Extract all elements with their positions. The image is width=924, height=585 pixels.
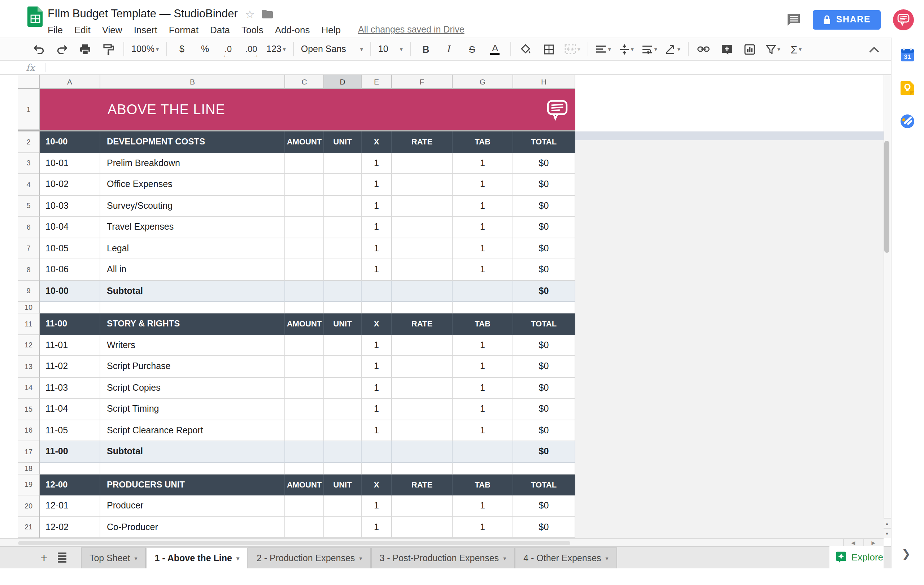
cell-D21[interactable]	[324, 517, 362, 538]
cell-B10[interactable]	[100, 302, 285, 314]
cell-E21[interactable]: 1	[362, 517, 392, 538]
cell-F21[interactable]	[392, 517, 453, 538]
cell-D16[interactable]	[324, 420, 362, 441]
cell-F4[interactable]	[392, 174, 453, 195]
increase-decimal-button[interactable]: .00→	[241, 40, 261, 58]
sheet-tab-4-other-expenses[interactable]: 4 - Other Expenses▾	[515, 547, 617, 568]
cell-B4[interactable]: Office Expenses	[100, 174, 285, 195]
cell-F17[interactable]	[392, 441, 453, 463]
cell-D6[interactable]	[324, 216, 362, 238]
cell-H19[interactable]: TOTAL	[513, 474, 575, 496]
row-header-17[interactable]: 17	[18, 441, 40, 463]
cell-E5[interactable]: 1	[362, 195, 392, 216]
row-header-15[interactable]: 15	[18, 399, 40, 420]
cell-C8[interactable]	[285, 259, 324, 281]
cell-E3[interactable]: 1	[362, 153, 392, 174]
menu-data[interactable]: Data	[204, 24, 236, 35]
cell-F11[interactable]: RATE	[392, 314, 453, 335]
cell-G11[interactable]: TAB	[453, 314, 513, 335]
cell-H10[interactable]	[513, 302, 575, 314]
row-header-9[interactable]: 9	[18, 281, 40, 302]
cell-C19[interactable]: AMOUNT	[285, 474, 324, 496]
cell-B21[interactable]: Co-Producer	[100, 517, 285, 538]
cell-G5[interactable]: 1	[453, 195, 513, 216]
scroll-right-button[interactable]: ▶	[863, 539, 883, 547]
borders-button[interactable]	[539, 40, 559, 58]
cell-D7[interactable]	[324, 238, 362, 259]
row-header-10[interactable]: 10	[18, 302, 40, 314]
cell-B3[interactable]: Prelim Breakdown	[100, 153, 285, 174]
cell-D8[interactable]	[324, 259, 362, 281]
row-header-19[interactable]: 19	[18, 474, 40, 496]
row-header-11[interactable]: 11	[18, 314, 40, 335]
cell-F18[interactable]	[392, 463, 453, 474]
cell-A3[interactable]: 10-01	[40, 153, 100, 174]
cell-H8[interactable]: $0	[513, 259, 575, 281]
column-header-G[interactable]: G	[453, 75, 513, 89]
cell-E7[interactable]: 1	[362, 238, 392, 259]
cell-G20[interactable]: 1	[453, 496, 513, 517]
cell-B12[interactable]: Writers	[100, 335, 285, 356]
cell-H16[interactable]: $0	[513, 420, 575, 441]
cell-D18[interactable]	[324, 463, 362, 474]
sheet-tab-2-production-expenses[interactable]: 2 - Production Expenses▾	[248, 547, 371, 568]
cell-F16[interactable]	[392, 420, 453, 441]
row-header-2[interactable]: 2	[18, 131, 40, 153]
bold-button[interactable]: B	[416, 40, 436, 58]
cell-B6[interactable]: Travel Expenses	[100, 216, 285, 238]
functions-button[interactable]: Σ▾	[786, 40, 806, 58]
tab-menu-caret[interactable]: ▾	[503, 555, 506, 562]
cell-E9[interactable]	[362, 281, 392, 302]
fill-color-button[interactable]	[516, 40, 536, 58]
cell-B2[interactable]: DEVELOPMENT COSTS	[100, 131, 285, 153]
cell-G17[interactable]	[453, 441, 513, 463]
undo-button[interactable]	[29, 40, 49, 58]
cell-G9[interactable]	[453, 281, 513, 302]
print-button[interactable]	[75, 40, 95, 58]
cell-C14[interactable]	[285, 377, 324, 399]
account-avatar[interactable]	[893, 9, 914, 30]
row-header-16[interactable]: 16	[18, 420, 40, 441]
cell-E6[interactable]: 1	[362, 216, 392, 238]
menu-addons[interactable]: Add-ons	[269, 24, 316, 35]
row-header-7[interactable]: 7	[18, 238, 40, 259]
cell-E2[interactable]: X	[362, 131, 392, 153]
insert-chart-button[interactable]	[740, 40, 760, 58]
cell-A13[interactable]: 11-02	[40, 356, 100, 377]
cell-A19[interactable]: 12-00	[40, 474, 100, 496]
cell-H17[interactable]: $0	[513, 441, 575, 463]
italic-button[interactable]: I	[439, 40, 459, 58]
cell-H6[interactable]: $0	[513, 216, 575, 238]
filter-button[interactable]: ▾	[763, 40, 783, 58]
sheets-logo-icon[interactable]	[27, 6, 43, 27]
cell-F10[interactable]	[392, 302, 453, 314]
cell-F6[interactable]	[392, 216, 453, 238]
cell-C3[interactable]	[285, 153, 324, 174]
cell-B19[interactable]: PRODUCERS UNIT	[100, 474, 285, 496]
folder-icon[interactable]	[262, 9, 273, 18]
vertical-align-button[interactable]: ▾	[617, 40, 637, 58]
cell-D19[interactable]: UNIT	[324, 474, 362, 496]
cell-C21[interactable]	[285, 517, 324, 538]
cell-G8[interactable]: 1	[453, 259, 513, 281]
cell-A8[interactable]: 10-06	[40, 259, 100, 281]
cell-A11[interactable]: 11-00	[40, 314, 100, 335]
cell-H14[interactable]: $0	[513, 377, 575, 399]
menu-view[interactable]: View	[96, 24, 128, 35]
menu-edit[interactable]: Edit	[69, 24, 96, 35]
cell-F2[interactable]: RATE	[392, 131, 453, 153]
scroll-left-button[interactable]: ◀	[843, 539, 863, 547]
cell-E10[interactable]	[362, 302, 392, 314]
all-sheets-button[interactable]	[58, 552, 66, 563]
cell-A16[interactable]: 11-05	[40, 420, 100, 441]
cell-H9[interactable]: $0	[513, 281, 575, 302]
cell-D3[interactable]	[324, 153, 362, 174]
cell-A5[interactable]: 10-03	[40, 195, 100, 216]
sheet-tab-top-sheet[interactable]: Top Sheet▾	[81, 547, 146, 568]
cell-A9[interactable]: 10-00	[40, 281, 100, 302]
row-header-8[interactable]: 8	[18, 259, 40, 281]
number-format-menu[interactable]: 123▾	[264, 40, 288, 58]
column-header-F[interactable]: F	[392, 75, 453, 89]
row-header-1[interactable]: 1	[18, 89, 40, 130]
menu-insert[interactable]: Insert	[128, 24, 163, 35]
